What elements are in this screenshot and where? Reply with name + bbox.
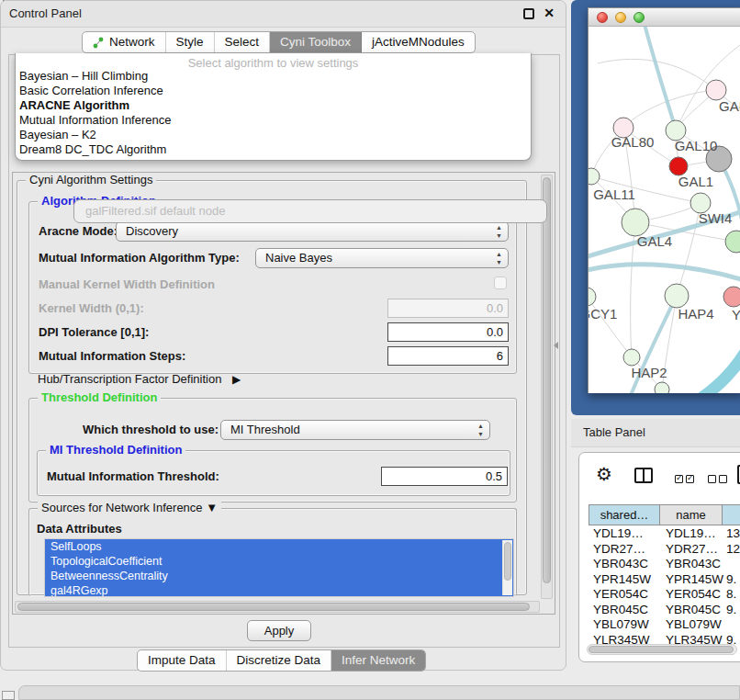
group-title: Cyni Algorithm Settings <box>26 173 156 186</box>
hub-definition-label: Hub/Transcription Factor Definition <box>38 372 221 386</box>
close-traffic-light[interactable] <box>597 12 608 23</box>
dropdown-item-selected[interactable]: ARACNE Algorithm <box>16 98 531 113</box>
tab-label: Select <box>225 32 260 52</box>
table-row[interactable]: YER054CYER054C8. <box>589 587 740 603</box>
minimize-traffic-light[interactable] <box>615 12 626 23</box>
scrollbar-thumb[interactable] <box>17 603 530 611</box>
tab-jactivemnodules[interactable]: jActiveMNodules <box>362 32 475 52</box>
stepper-arrows-icon: ▲▼ <box>477 422 484 438</box>
unchecked-box-icon <box>708 475 716 483</box>
tab-infer-network[interactable]: Infer Network <box>331 650 425 671</box>
attribute-item-selected[interactable]: TopologicalCoefficient <box>45 554 513 569</box>
dpi-tolerance-field[interactable]: 0.0 <box>387 322 509 342</box>
node-hap2[interactable] <box>623 349 640 366</box>
table-row[interactable]: YBL079WYBL079W <box>589 617 740 633</box>
dropdown-item[interactable]: Basic Correlation Inference <box>16 84 531 98</box>
cell-shared: YDR27… <box>589 542 660 558</box>
attribute-item-selected[interactable]: SelfLoops <box>45 539 513 554</box>
node-green-edge[interactable] <box>725 231 740 253</box>
kernel-width-field[interactable]: 0.0 <box>387 299 509 318</box>
splitter-collapse-handle[interactable] <box>554 342 558 349</box>
tab-style[interactable]: Style <box>166 32 215 52</box>
data-attributes-label: Data Attributes <box>37 522 122 536</box>
zoom-traffic-light[interactable] <box>633 12 645 23</box>
checked-box-icon <box>686 475 694 483</box>
node-gal-partial[interactable] <box>706 80 726 100</box>
manual-kernel-label: Manual Kernel Width Definition <box>39 277 215 291</box>
data-attributes-list[interactable]: SelfLoops TopologicalCoefficient Between… <box>44 538 514 597</box>
scrollbar-thumb[interactable] <box>504 542 511 581</box>
cell-shared: YBR043C <box>589 557 660 572</box>
node-label: Y <box>732 307 740 322</box>
node-gal11[interactable] <box>589 168 600 185</box>
vertical-scrollbar[interactable] <box>541 175 553 599</box>
table-row[interactable]: YBR043CYBR043C <box>589 557 740 572</box>
dropdown-item[interactable]: Dream8 DC_TDC Algorithm <box>16 142 531 157</box>
tab-label: Infer Network <box>342 650 415 671</box>
node-gal4[interactable] <box>622 209 649 236</box>
tab-select[interactable]: Select <box>215 32 271 52</box>
mi-threshold-field[interactable]: 0.5 <box>381 467 508 486</box>
scrollbar-thumb[interactable] <box>543 177 551 583</box>
which-threshold-combo[interactable]: MI Threshold ▲▼ <box>220 420 490 440</box>
table-row[interactable]: YDL19…YDL19…13 <box>589 526 740 542</box>
mi-threshold-definition-group: MI Threshold Definition Mutual Informati… <box>37 450 510 496</box>
node-y-partial[interactable] <box>723 287 740 307</box>
select-all-checkboxes-icon[interactable] <box>675 470 697 487</box>
apply-button[interactable]: Apply <box>247 620 311 641</box>
table-horizontal-scrollbar[interactable] <box>587 644 737 655</box>
tab-label: jActiveMNodules <box>372 32 465 52</box>
dropdown-item[interactable]: Bayesian – Hill Climbing <box>16 69 531 84</box>
node-gcy1[interactable] <box>589 288 596 306</box>
hub-definition-expander[interactable]: Hub/Transcription Factor Definition ▶ <box>38 372 241 386</box>
column-header-name[interactable]: name <box>660 504 723 525</box>
network-selector-combo[interactable]: galFiltered.sif default node <box>73 199 547 223</box>
collapsed-panel-icon[interactable] <box>2 691 15 700</box>
table-header: shared… name <box>589 504 740 525</box>
column-header-partial[interactable] <box>723 504 740 525</box>
node-hap4[interactable] <box>665 284 689 308</box>
tab-discretize-data[interactable]: Discretize Data <box>227 650 332 671</box>
kernel-width-label: Kernel Width (0,1): <box>39 301 144 315</box>
deselect-all-checkboxes-icon[interactable] <box>708 470 730 487</box>
table-row[interactable]: YDR27…YDR27…12 <box>589 542 740 558</box>
table-row[interactable]: YBR045CYBR045C9. <box>589 603 740 618</box>
gear-icon[interactable]: ⚙ <box>596 463 612 485</box>
list-scrollbar[interactable] <box>502 540 512 595</box>
dropdown-item[interactable]: Bayesian – K2 <box>16 128 531 142</box>
close-icon[interactable]: ✕ <box>544 6 555 20</box>
tab-impute-data[interactable]: Impute Data <box>138 650 227 671</box>
cell-value: 13 <box>726 526 740 542</box>
split-panel-icon[interactable] <box>634 468 653 483</box>
collapse-arrow-icon[interactable]: ▼ <box>206 501 218 514</box>
node-label: SWI4 <box>699 210 733 226</box>
attribute-item-selected[interactable]: BetweennessCentrality <box>45 569 513 583</box>
node-label: GAL4 <box>637 233 672 249</box>
manual-kernel-checkbox[interactable] <box>494 277 507 289</box>
table-panel-titlebar: Table Panel <box>571 419 740 447</box>
tab-network[interactable]: Network <box>83 32 166 52</box>
node-label: HAP2 <box>631 365 667 380</box>
table-row[interactable]: YPR145WYPR145W9. <box>589 572 740 588</box>
mi-steps-field[interactable]: 6 <box>387 346 509 366</box>
network-canvas[interactable]: GAL GAL80 GAL10 GAL1 GAL11 SWI4 GAL4 GCY… <box>589 27 740 393</box>
cell-value: 9. <box>726 603 740 618</box>
tab-label: Cyni Toolbox <box>280 32 351 52</box>
dropdown-item[interactable]: Mutual Information Inference <box>16 113 531 128</box>
cell-shared: YER054C <box>589 587 660 603</box>
cyni-settings-scrollpane: Cyni Algorithm Settings Algorithm Defini… <box>12 172 555 615</box>
network-window-titlebar[interactable] <box>589 8 740 27</box>
tab-label: Impute Data <box>148 650 216 671</box>
tab-cyni-toolbox[interactable]: Cyni Toolbox <box>270 32 362 52</box>
aracne-mode-combo[interactable]: Discovery ▲▼ <box>116 221 509 242</box>
cell-shared: YBL079W <box>589 617 660 633</box>
combo-value: MI Threshold <box>230 423 300 436</box>
column-header-shared[interactable]: shared… <box>589 504 660 525</box>
node-gal1[interactable] <box>669 157 688 175</box>
scrollbar-thumb[interactable] <box>589 646 734 653</box>
node-small[interactable] <box>655 382 669 393</box>
mi-type-combo[interactable]: Naive Bayes ▲▼ <box>255 248 509 268</box>
attribute-item-selected[interactable]: gal4RGexp <box>45 583 513 597</box>
horizontal-scrollbar[interactable] <box>15 601 540 613</box>
float-window-icon[interactable] <box>523 8 534 19</box>
